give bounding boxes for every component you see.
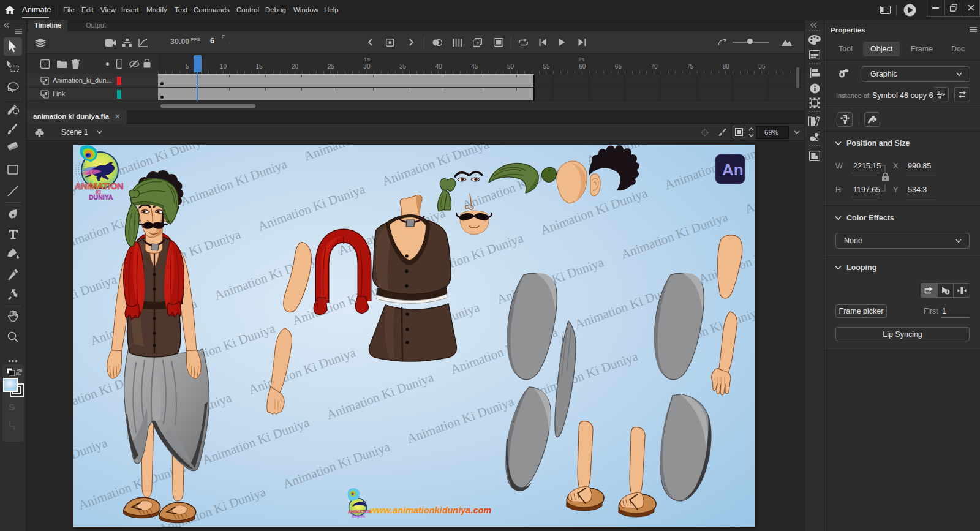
svg-text:DUNIYA: DUNIYA: [352, 514, 366, 518]
svg-text:ANIMATION: ANIMATION: [348, 510, 372, 514]
svg-text:www.animationkiduniya.com: www.animationkiduniya.com: [370, 505, 492, 515]
svg-text:DUNIYA: DUNIYA: [89, 194, 113, 201]
svg-text:An: An: [722, 160, 744, 179]
